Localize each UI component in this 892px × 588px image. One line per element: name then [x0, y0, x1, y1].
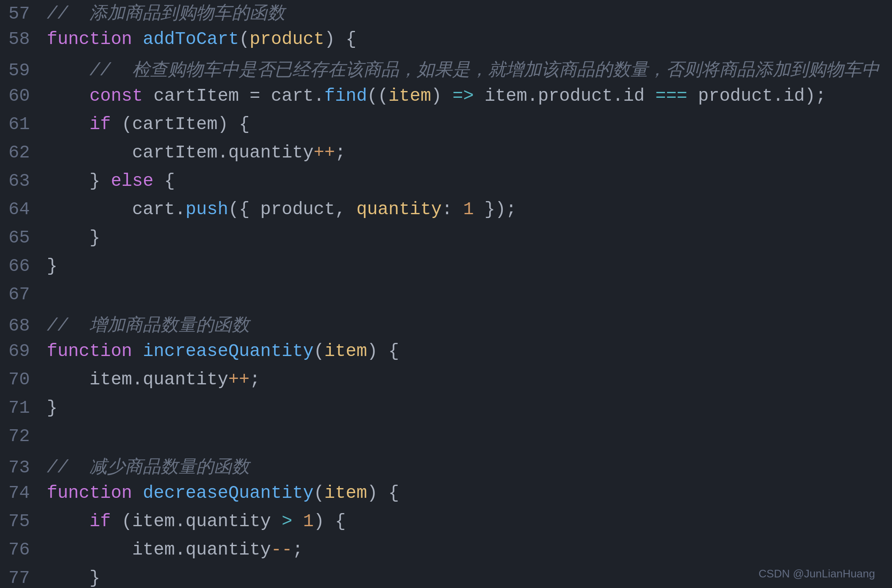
line-number-66: 66: [0, 255, 42, 277]
line-content-57: // 添加商品到购物车的函数: [42, 0, 892, 25]
line-content-76: item.quantity--;: [42, 539, 892, 561]
line-number-68: 68: [0, 315, 42, 337]
line-number-63: 63: [0, 170, 42, 192]
line-number-71: 71: [0, 397, 42, 419]
line-content-65: }: [42, 227, 892, 249]
line-number-62: 62: [0, 142, 42, 164]
line-64: 64 cart.push({ product, quantity: 1 });: [0, 199, 892, 227]
line-number-61: 61: [0, 113, 42, 135]
line-number-64: 64: [0, 199, 42, 221]
watermark: CSDN @JunLianHuang: [759, 567, 875, 580]
line-75: 75 if (item.quantity > 1) {: [0, 511, 892, 539]
line-number-75: 75: [0, 511, 42, 533]
line-content-64: cart.push({ product, quantity: 1 });: [42, 199, 892, 221]
line-number-65: 65: [0, 227, 42, 249]
line-content-66: }: [42, 255, 892, 277]
line-60: 60 const cartItem = cart.find((item) => …: [0, 85, 892, 113]
line-72: 72: [0, 425, 892, 454]
line-74: 74 function decreaseQuantity(item) {: [0, 482, 892, 511]
line-number-60: 60: [0, 85, 42, 107]
line-number-76: 76: [0, 539, 42, 561]
line-66: 66 }: [0, 255, 892, 284]
line-content-68: // 增加商品数量的函数: [42, 312, 892, 337]
line-content-74: function decreaseQuantity(item) {: [42, 482, 892, 504]
line-59: 59 // 检查购物车中是否已经存在该商品，如果是，就增加该商品的数量，否则将商…: [0, 57, 892, 85]
line-76: 76 item.quantity--;: [0, 539, 892, 567]
line-number-58: 58: [0, 28, 42, 50]
line-number-67: 67: [0, 284, 42, 306]
line-content-73: // 减少商品数量的函数: [42, 454, 892, 479]
line-content-70: item.quantity++;: [42, 369, 892, 391]
line-58: 58 function addToCart(product) {: [0, 28, 892, 57]
line-67: 67: [0, 284, 892, 312]
line-content-69: function increaseQuantity(item) {: [42, 340, 892, 362]
line-63: 63 } else {: [0, 170, 892, 199]
line-content-59: // 检查购物车中是否已经存在该商品，如果是，就增加该商品的数量，否则将商品添加…: [42, 57, 892, 82]
line-61: 61 if (cartItem) {: [0, 113, 892, 142]
line-65: 65 }: [0, 227, 892, 255]
line-content-75: if (item.quantity > 1) {: [42, 511, 892, 533]
line-content-72: [42, 425, 892, 447]
line-71: 71 }: [0, 397, 892, 425]
line-68: 68 // 增加商品数量的函数: [0, 312, 892, 340]
line-content-62: cartItem.quantity++;: [42, 142, 892, 164]
line-57: 57 // 添加商品到购物车的函数: [0, 0, 892, 28]
code-editor: 57 // 添加商品到购物车的函数 58 function addToCart(…: [0, 0, 892, 588]
line-62: 62 cartItem.quantity++;: [0, 142, 892, 170]
line-73: 73 // 减少商品数量的函数: [0, 454, 892, 482]
line-number-74: 74: [0, 482, 42, 504]
line-number-69: 69: [0, 340, 42, 362]
line-content-60: const cartItem = cart.find((item) => ite…: [42, 85, 892, 107]
line-70: 70 item.quantity++;: [0, 369, 892, 397]
line-content-58: function addToCart(product) {: [42, 28, 892, 50]
line-number-59: 59: [0, 60, 42, 82]
line-content-63: } else {: [42, 170, 892, 192]
line-number-57: 57: [0, 3, 42, 25]
line-content-61: if (cartItem) {: [42, 113, 892, 135]
line-content-67: [42, 284, 892, 306]
line-number-77: 77: [0, 567, 42, 588]
line-number-73: 73: [0, 457, 42, 479]
line-69: 69 function increaseQuantity(item) {: [0, 340, 892, 369]
line-number-72: 72: [0, 425, 42, 447]
line-content-71: }: [42, 397, 892, 419]
line-number-70: 70: [0, 369, 42, 391]
